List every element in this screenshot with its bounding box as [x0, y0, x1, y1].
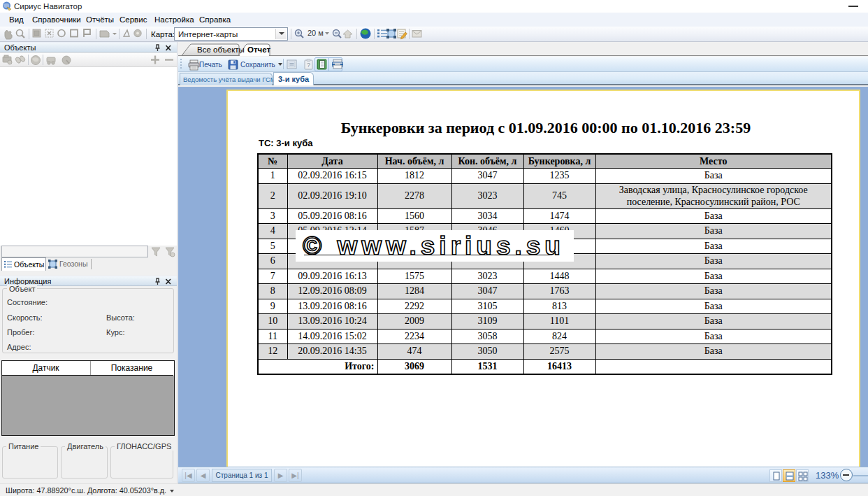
- svg-text:?: ?: [307, 62, 310, 69]
- svg-text:20 м: 20 м: [308, 29, 324, 37]
